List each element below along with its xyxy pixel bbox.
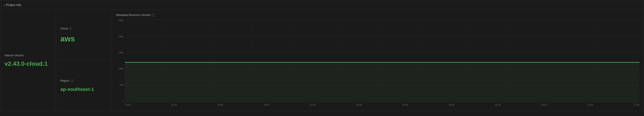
- chart-title-row: Metadata Resource Version i: [116, 13, 640, 16]
- cloud-label-row: Cloud i: [60, 27, 72, 30]
- x-14: 14:00: [125, 104, 131, 108]
- x-08: 08:00: [541, 104, 547, 108]
- cloud-card: Cloud i aws: [56, 10, 112, 60]
- region-label-row: Region i: [60, 79, 74, 82]
- chart-plot: 14:00 16:00 18:00 20:00 22:00 00:00 02:0…: [125, 19, 640, 108]
- y-axis: 2500 2000 1500 1000 500 0: [116, 19, 125, 108]
- chart-info-icon[interactable]: i: [152, 14, 155, 16]
- x-12: 12:00: [634, 104, 640, 108]
- x-axis: 14:00 16:00 18:00 20:00 22:00 00:00 02:0…: [125, 102, 640, 108]
- region-label: Region: [60, 79, 69, 82]
- x-00: 00:00: [356, 104, 362, 108]
- project-info-section: ▾ Project Info Hasura Version v2.43.0-cl…: [0, 0, 644, 111]
- metadata-chart-card: Metadata Resource Version i 2500 2000 15…: [112, 10, 644, 111]
- x-10: 10:00: [587, 104, 593, 108]
- x-06: 06:00: [495, 104, 501, 108]
- chart-title: Metadata Resource Version: [116, 13, 150, 16]
- hasura-version-label: Hasura Version: [4, 54, 24, 57]
- y-axis-2000: 2000: [116, 35, 124, 38]
- chevron-down-icon: ▾: [4, 4, 5, 6]
- region-value: ap-southeast-1: [60, 86, 94, 92]
- region-card: Region i ap-southeast-1: [56, 60, 112, 111]
- x-16: 16:00: [171, 104, 177, 108]
- cloud-info-icon[interactable]: i: [69, 27, 72, 30]
- x-22: 22:00: [310, 104, 316, 108]
- y-axis-500: 500: [116, 84, 124, 86]
- cloud-region-card: Cloud i aws Region i ap-southeast-1: [56, 10, 112, 111]
- y-axis-1500: 1500: [116, 51, 124, 54]
- section-title: Project Info: [6, 3, 21, 7]
- cloud-value: aws: [60, 34, 75, 44]
- cloud-label: Cloud: [60, 27, 68, 30]
- y-axis-2500: 2500: [116, 19, 124, 22]
- hasura-version-card: Hasura Version v2.43.0-cloud.1: [0, 10, 56, 111]
- y-axis-0: 0: [116, 100, 124, 102]
- x-20: 20:00: [264, 104, 270, 108]
- svg-rect-12: [125, 62, 640, 102]
- x-02: 02:00: [402, 104, 408, 108]
- x-04: 04:00: [448, 104, 454, 108]
- grid-and-line: [125, 19, 640, 102]
- x-18: 18:00: [218, 104, 224, 108]
- region-info-icon[interactable]: i: [70, 79, 74, 82]
- chart-svg: [125, 19, 640, 102]
- chart-area: 2500 2000 1500 1000 500 0: [116, 19, 640, 108]
- section-header: ▾ Project Info: [0, 0, 644, 10]
- y-axis-1000: 1000: [116, 68, 124, 70]
- cards-row: Hasura Version v2.43.0-cloud.1 Cloud i a…: [0, 10, 644, 111]
- hasura-version-value: v2.43.0-cloud.1: [4, 60, 48, 67]
